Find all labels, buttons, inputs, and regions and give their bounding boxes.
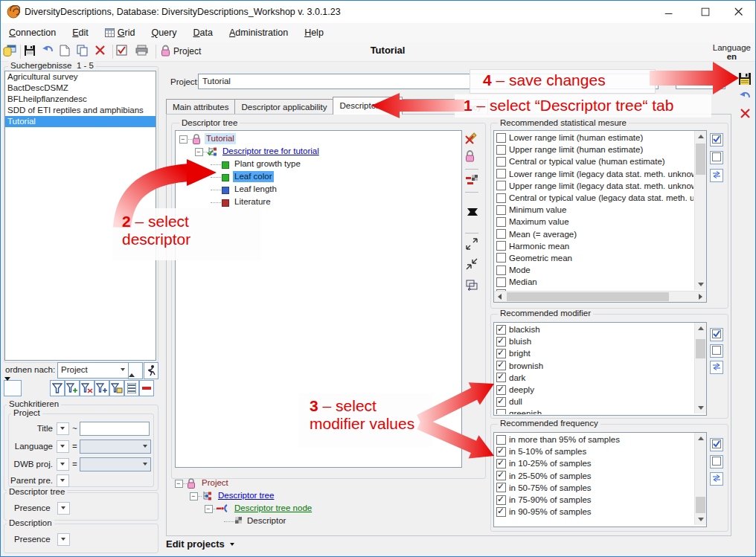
menu-item-help[interactable]: Help	[296, 23, 332, 42]
checkbox-checked[interactable]	[496, 471, 506, 480]
stat-vertical-scrollbar[interactable]	[694, 131, 706, 290]
database-connection-icon[interactable]	[3, 45, 18, 59]
language-filter-select[interactable]	[80, 440, 151, 454]
checkbox-checked[interactable]	[496, 507, 506, 517]
checkbox-unchecked[interactable]	[496, 265, 506, 275]
menu-item-edit[interactable]: Edit	[64, 23, 97, 42]
checkbox-list-item[interactable]: Median	[494, 276, 693, 288]
checkbox-list-item[interactable]: Lower range limit (human estimate)	[494, 132, 693, 144]
save-changes-icon[interactable]	[738, 72, 752, 86]
checkbox-list-item[interactable]: in 10-25% of samples	[494, 457, 693, 469]
checkbox-checked[interactable]	[496, 337, 506, 347]
menu-item-query[interactable]: Query	[143, 23, 185, 42]
checkbox-list-item[interactable]: Geometric mean	[494, 252, 693, 264]
checkbox-list-item[interactable]: dull	[494, 396, 693, 408]
scroll-down-arrow[interactable]	[695, 514, 706, 525]
edit-delete-icon[interactable]	[464, 132, 479, 145]
collapse-all-icon[interactable]	[465, 257, 480, 271]
check-all-button[interactable]	[710, 438, 723, 451]
stat-horizontal-scrollbar[interactable]	[494, 291, 706, 302]
criteria-field-selector[interactable]	[57, 422, 69, 435]
checkbox-list-item[interactable]: Central or typical value (human estimate…	[494, 155, 693, 167]
scroll-up-arrow[interactable]	[695, 323, 706, 334]
check-all-button[interactable]	[710, 133, 723, 147]
tree-node-label[interactable]: Tutorial	[205, 133, 236, 144]
checkbox-unchecked[interactable]	[496, 241, 506, 251]
checkbox-checked[interactable]	[496, 361, 506, 370]
stat-measure-list[interactable]: Lower range limit (human estimate)Upper …	[493, 130, 707, 303]
dwb-project-filter-select[interactable]	[80, 457, 151, 471]
assign-descriptor-icon[interactable]	[465, 173, 480, 187]
legend-node-descriptor-tree-node[interactable]: Descriptor tree node	[170, 503, 461, 515]
tab-main-attributes[interactable]: Main attributes	[166, 99, 235, 115]
frequency-vertical-scrollbar[interactable]	[694, 433, 706, 525]
checkbox-list-item[interactable]: Upper range limit (human estimate)	[494, 144, 693, 155]
tree-node-label[interactable]: Plant growth type	[233, 158, 302, 170]
checkbox-list-item[interactable]: in 75-90% of samples	[494, 494, 693, 506]
cancel-changes-icon[interactable]	[740, 108, 751, 119]
criteria-field-selector[interactable]	[57, 458, 69, 471]
checkbox-list-item[interactable]: in 25-50% of samples	[494, 470, 693, 482]
sort-direction-button[interactable]	[128, 362, 143, 379]
refresh-tree-icon[interactable]	[465, 279, 480, 292]
search-result-item[interactable]: BFLheilpflanzendesc	[5, 94, 156, 105]
edit-projects-menu[interactable]: Edit projects	[166, 538, 234, 550]
legend-node-label[interactable]: Descriptor tree node	[233, 503, 313, 514]
descriptor-tree-presence-selector[interactable]	[57, 502, 70, 515]
printer-icon[interactable]	[135, 45, 150, 59]
checkbox-unchecked[interactable]	[496, 253, 506, 263]
scroll-up-arrow[interactable]	[695, 131, 706, 142]
filter-save-icon[interactable]	[109, 380, 124, 396]
legend-node-label[interactable]: Descriptor tree	[217, 490, 275, 501]
checkbox-unchecked[interactable]	[496, 217, 506, 227]
checkbox-list-item[interactable]: Lower range limit (legacy data stat. met…	[494, 168, 693, 180]
checkbox-unchecked[interactable]	[496, 181, 506, 190]
new-document-icon[interactable]	[60, 45, 74, 59]
criteria-field-selector[interactable]	[57, 440, 69, 453]
search-result-item[interactable]: SDD of ETI reptiles and amphibians	[5, 105, 156, 116]
checkbox-checked[interactable]	[496, 495, 506, 505]
undo-icon[interactable]	[42, 45, 57, 59]
lock-tool-icon[interactable]	[465, 149, 480, 163]
check-all-button[interactable]	[710, 328, 723, 341]
menu-item-grid[interactable]: Grid	[97, 23, 144, 42]
menu-item-administration[interactable]: Administration	[221, 23, 296, 42]
checkbox-list-item[interactable]: Mode	[494, 264, 693, 276]
column-list-icon[interactable]	[124, 380, 139, 396]
invert-selection-button[interactable]	[710, 361, 723, 374]
uncheck-all-button[interactable]	[710, 151, 723, 164]
checkbox-list-item[interactable]: dark	[494, 372, 693, 384]
checkbox-list-item[interactable]: in 5-10% of samples	[494, 445, 693, 457]
checkbox-list-item[interactable]: greenish	[494, 408, 693, 414]
scroll-left-arrow[interactable]	[494, 292, 505, 302]
checkbox-list-item[interactable]: blackish	[494, 323, 693, 335]
scroll-right-arrow[interactable]	[695, 292, 706, 302]
filter-apply-icon[interactable]	[50, 380, 65, 396]
scroll-down-arrow[interactable]	[695, 402, 706, 413]
checkbox-list-item[interactable]: Maximum value	[494, 216, 693, 228]
maximize-button[interactable]	[690, 1, 721, 23]
minimize-button[interactable]	[653, 1, 685, 23]
checkbox-list-item[interactable]: Mean (= average)	[494, 228, 693, 240]
checkbox-list-item[interactable]: bright	[494, 347, 693, 359]
checkbox-unchecked[interactable]	[496, 193, 506, 203]
save-icon[interactable]	[24, 45, 39, 59]
tree-node-label[interactable]: Descriptor tree for tutorial	[221, 146, 321, 157]
invert-selection-button[interactable]	[710, 169, 723, 182]
modifier-vertical-scrollbar[interactable]	[694, 323, 706, 413]
checkbox-list-item[interactable]: bluish	[494, 335, 693, 347]
tree-node-label[interactable]: Leaf color	[233, 171, 274, 182]
run-query-button[interactable]	[144, 362, 158, 379]
filter-insert-icon[interactable]	[94, 380, 109, 396]
legend-node-descriptor-tree[interactable]: Descriptor tree	[170, 490, 461, 502]
search-result-item[interactable]: Tutorial	[5, 116, 156, 127]
move-down-icon[interactable]	[465, 215, 480, 228]
checkbox-unchecked[interactable]	[496, 133, 506, 143]
scroll-up-arrow[interactable]	[695, 433, 706, 444]
checkbox-list-item[interactable]: in more than 95% of samples	[494, 434, 693, 445]
checkbox-list-item[interactable]: in 50-75% of samples	[494, 482, 693, 494]
order-by-select[interactable]: Project	[57, 362, 129, 379]
invert-selection-button[interactable]	[710, 472, 723, 486]
filter-remove-icon[interactable]	[80, 380, 94, 396]
checkbox-unchecked[interactable]	[496, 277, 506, 287]
